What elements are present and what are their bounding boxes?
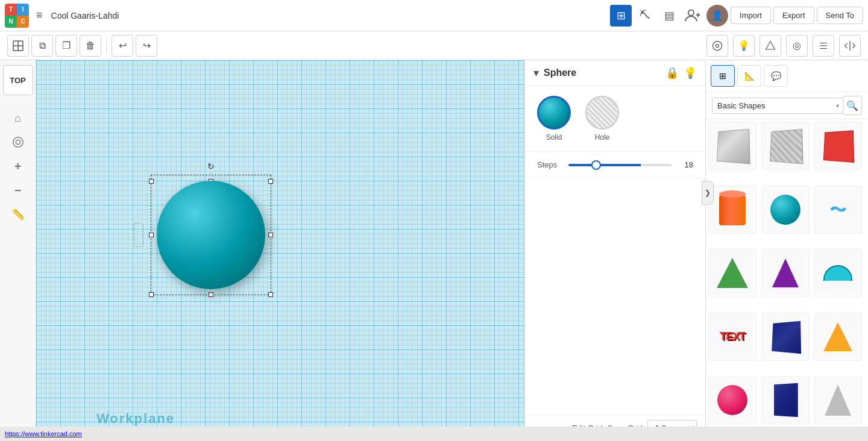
shape-cone-gray-icon: [825, 384, 851, 416]
handle-bl[interactable]: [149, 292, 154, 297]
circle-btn[interactable]: ◎: [786, 35, 808, 57]
solid-hole-selector: Solid Hole: [525, 86, 705, 152]
logo-n: N: [5, 16, 17, 28]
home-view-btn[interactable]: ⌂: [7, 107, 29, 129]
shape-sphere-teal-icon: [770, 195, 800, 225]
shape-title: Sphere: [544, 67, 661, 78]
library-category-select[interactable]: Basic Shapes: [712, 98, 844, 114]
shape-wave-icon: 〜: [829, 198, 846, 221]
library-tabs: ⊞ 📐 💬: [706, 60, 868, 92]
shape-box-gray[interactable]: [708, 122, 756, 170]
sphere-shape[interactable]: [157, 181, 265, 289]
rotate-handle[interactable]: ↻: [207, 161, 215, 171]
solid-option[interactable]: Solid: [537, 96, 571, 142]
svg-point-13: [16, 140, 20, 144]
logo[interactable]: T I N C: [5, 4, 29, 28]
svg-point-6: [713, 41, 722, 50]
shape-text-3d[interactable]: TEXT: [708, 313, 756, 361]
toolbar: ⧉ ❐ 🗑 ↩ ↪ 💡 ◎: [0, 31, 868, 60]
logo-t: T: [5, 4, 17, 16]
shape-sphere-teal[interactable]: [761, 186, 810, 234]
new-workplane-btn[interactable]: [7, 35, 29, 57]
lib-tab-grid[interactable]: ⊞: [711, 65, 735, 87]
user-avatar[interactable]: 👤: [706, 5, 728, 27]
left-sidebar: TOP ⌂ + − 📏: [0, 60, 36, 441]
shape-box-gray-icon: [717, 129, 750, 164]
shape-cube-red[interactable]: [814, 122, 862, 170]
lib-tab-chat[interactable]: 💬: [764, 65, 788, 87]
delete-btn[interactable]: 🗑: [80, 35, 101, 57]
add-user-btn[interactable]: [682, 5, 704, 27]
handle-ml[interactable]: [149, 233, 154, 237]
shape-box-diag[interactable]: [761, 122, 810, 170]
shape-lock-icon[interactable]: 🔒: [665, 66, 679, 80]
lib-tab-ruler[interactable]: 📐: [737, 65, 761, 87]
steps-label: Steps: [537, 160, 561, 169]
tools-btn[interactable]: ⛏: [634, 5, 656, 27]
grid-view-btn[interactable]: ⊞: [610, 5, 632, 27]
library-search-btn[interactable]: 🔍: [843, 96, 862, 115]
shape-text-3d-icon: TEXT: [720, 330, 745, 343]
shape-wave[interactable]: 〜: [814, 186, 862, 234]
shape-sphere-pink[interactable]: [708, 376, 756, 424]
shape-pyramid-green[interactable]: [708, 249, 756, 297]
canvas-area[interactable]: Workplane ↻: [36, 60, 524, 441]
shape-cone-gray[interactable]: [814, 376, 862, 424]
shape-collapse-btn[interactable]: ▾: [533, 66, 539, 80]
shape-box-dark[interactable]: [761, 313, 810, 361]
app-menu-icon[interactable]: ≡: [36, 9, 43, 22]
shape-cylinder-icon: [719, 194, 746, 225]
shape-cylinder[interactable]: [708, 186, 756, 234]
orbit-btn[interactable]: [7, 131, 29, 153]
zoom-in-btn[interactable]: +: [7, 155, 29, 177]
svg-point-12: [13, 137, 23, 148]
hole-option[interactable]: Hole: [585, 96, 619, 142]
export-button[interactable]: Export: [773, 7, 814, 24]
panel-empty-space: [525, 178, 705, 414]
redo-btn[interactable]: ↪: [136, 35, 157, 57]
shape-box-diag-icon: [770, 129, 804, 164]
shape-box-dark-icon: [772, 321, 801, 354]
shape-arch-teal[interactable]: [814, 249, 862, 297]
panel-toggle-btn[interactable]: ❯: [702, 181, 714, 205]
shape-box-dark2[interactable]: [761, 376, 810, 424]
shape-btn[interactable]: [760, 35, 781, 57]
copy-btn[interactable]: ⧉: [31, 35, 53, 57]
svg-point-7: [716, 44, 719, 47]
library-search-row: Basic Shapes ▾ 🔍: [706, 92, 868, 119]
shape-pyramid-purple[interactable]: [761, 249, 810, 297]
logo-i: I: [17, 4, 29, 16]
duplicate-btn[interactable]: ❐: [55, 35, 77, 57]
shape-pyramid-yellow[interactable]: [814, 313, 862, 361]
undo-btn[interactable]: ↩: [112, 35, 133, 57]
shape-pyramid-yellow-icon: [823, 322, 852, 351]
shape-header: ▾ Sphere 🔒 💡: [525, 60, 705, 86]
solid-circle[interactable]: [537, 96, 571, 130]
hole-circle[interactable]: [585, 96, 619, 130]
handle-bc[interactable]: [209, 292, 213, 297]
annotation-btn[interactable]: [706, 35, 728, 57]
align-btn[interactable]: [813, 35, 834, 57]
import-button[interactable]: Import: [731, 7, 771, 24]
steps-value: 18: [679, 160, 693, 169]
handle-tr[interactable]: [268, 179, 273, 184]
shape-visible-icon[interactable]: 💡: [684, 66, 697, 80]
handle-tl[interactable]: [149, 179, 154, 184]
shape-pyramid-green-icon: [717, 258, 748, 288]
light-btn[interactable]: 💡: [733, 35, 755, 57]
handle-mr[interactable]: [268, 233, 273, 237]
hole-label: Hole: [595, 133, 610, 142]
send-to-button[interactable]: Send To: [817, 7, 863, 24]
handle-br[interactable]: [268, 292, 273, 297]
steps-slider[interactable]: [568, 164, 671, 166]
ruler-sidebar-btn[interactable]: 📏: [7, 204, 29, 225]
height-handle[interactable]: [134, 223, 143, 247]
zoom-out-btn[interactable]: −: [7, 180, 29, 201]
sphere-object[interactable]: ↻: [151, 169, 271, 301]
shapes-library: ⊞ 📐 💬 Basic Shapes ▾ 🔍: [705, 60, 868, 441]
view-label[interactable]: TOP: [3, 65, 33, 95]
mirror-btn[interactable]: [839, 35, 861, 57]
shape-box-dark2-icon: [774, 383, 798, 418]
shape-pyramid-purple-icon: [772, 258, 799, 287]
ruler-btn[interactable]: ▤: [658, 5, 680, 27]
